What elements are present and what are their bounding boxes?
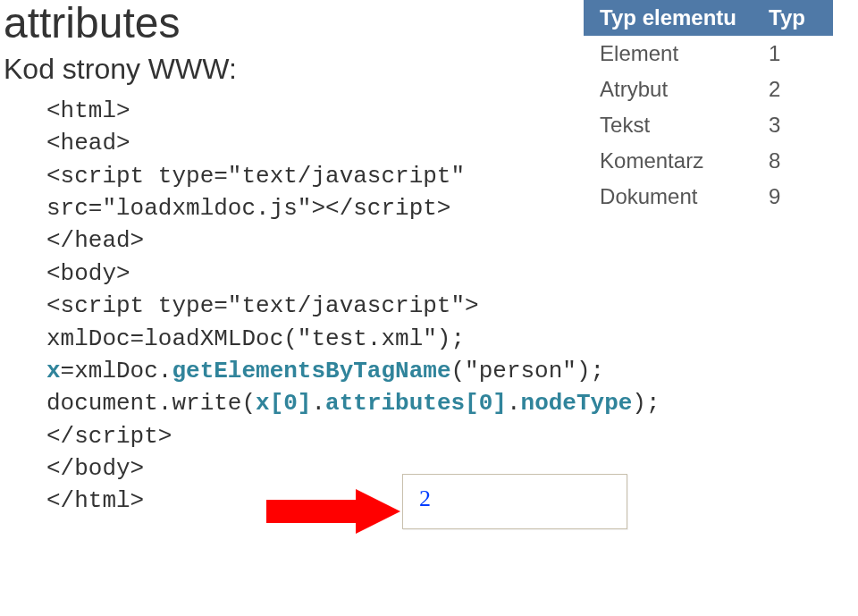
code-prop: nodeType [521,390,633,417]
table-cell: 3 [753,107,833,143]
arrow-icon [266,489,400,534]
table-cell: 8 [753,143,833,179]
code-line: x=xmlDoc.getElementsByTagName("person"); [46,355,858,387]
table-cell: Dokument [584,179,753,215]
code-text: ("person"); [451,358,605,384]
code-prop: attributes[0] [325,390,507,417]
code-line: <body> [46,257,858,290]
table-cell: Tekst [584,107,753,143]
result-value: 2 [403,475,627,523]
table-row: Tekst 3 [584,107,833,143]
code-fn: getElementsByTagName [172,358,450,384]
table-cell: Komentarz [584,143,753,179]
table-cell: Element [584,36,753,72]
table-cell: Atrybut [584,72,753,107]
svg-marker-0 [266,489,400,534]
type-table: Typ elementu Typ Element 1 Atrybut 2 Tek… [584,0,833,215]
table-cell: 1 [753,36,833,72]
table-header-cell: Typ elementu [584,0,753,36]
table-header-cell: Typ [753,0,833,36]
table-row: Komentarz 8 [584,143,833,179]
table-cell: 9 [753,179,833,215]
code-text: ); [632,390,660,417]
result-box: 2 [402,474,627,529]
table-row: Element 1 [584,36,833,72]
code-line: </script> [46,420,858,452]
code-text: . [311,390,325,417]
code-line: </head> [46,224,858,257]
code-line: xmlDoc=loadXMLDoc("test.xml"); [46,323,858,355]
table-header-row: Typ elementu Typ [584,0,833,36]
table-row: Atrybut 2 [584,72,833,107]
table-row: Dokument 9 [584,179,833,215]
code-var: x[0] [256,390,311,417]
code-line: document.write(x[0].attributes[0].nodeTy… [46,387,858,419]
code-text: =xmlDoc. [61,358,172,384]
code-text: document.write( [46,390,256,417]
code-text: . [507,390,521,417]
table-cell: 2 [753,72,833,107]
code-line: <script type="text/javascript"> [46,290,858,322]
code-var: x [46,358,61,384]
